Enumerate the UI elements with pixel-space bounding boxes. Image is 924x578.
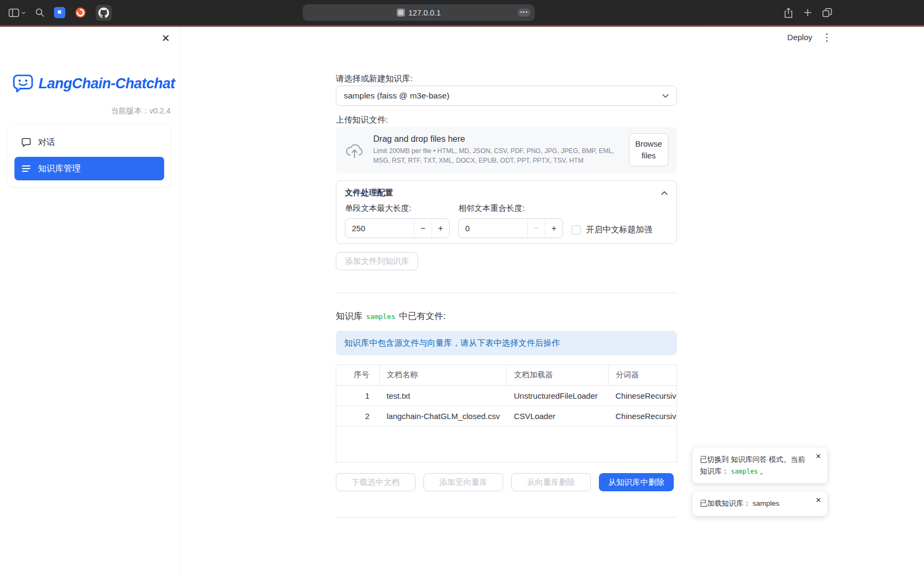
expander-title: 文件处理配置	[345, 188, 393, 198]
close-icon[interactable]: ✕	[815, 453, 821, 460]
search-icon[interactable]	[35, 8, 44, 17]
sidebar-close-icon[interactable]: ✕	[161, 33, 170, 43]
plus-stepper-icon[interactable]: +	[432, 219, 449, 238]
info-alert: 知识库中包含源文件与向量库，请从下表中选择文件后操作	[336, 331, 677, 355]
dropzone-hint: Limit 200MB per file • HTML, MD, JSON, C…	[373, 147, 620, 165]
github-icon[interactable]	[96, 5, 112, 21]
delete-from-vectorstore-button[interactable]: 从向量库删除	[511, 473, 591, 491]
divider	[336, 293, 677, 293]
add-to-vectorstore-button[interactable]: 添加至向量库	[424, 473, 503, 491]
close-icon[interactable]: ✕	[815, 497, 821, 504]
overlap-size-value[interactable]	[459, 219, 527, 238]
tabs-overview-icon[interactable]	[822, 8, 832, 17]
delete-from-kb-button[interactable]: 从知识库中删除	[599, 473, 674, 491]
kb-select-label: 请选择或新建知识库:	[336, 73, 413, 85]
kb-selectbox[interactable]: samples (faiss @ m3e-base)	[336, 86, 677, 106]
kb-files-heading: 知识库 samples 中已有文件:	[336, 310, 445, 322]
share-icon[interactable]	[784, 7, 793, 18]
checkbox-label: 开启中文标题加强	[586, 224, 652, 235]
table-row[interactable]: 1 test.txt UnstructuredFileLoader Chines…	[336, 385, 677, 406]
sidebar-nav: 对话 知识库管理	[8, 124, 171, 187]
file-dropzone[interactable]: Drag and drop files here Limit 200MB per…	[336, 127, 677, 173]
table-header-row: 序号 文档名称 文档加载器 分词器	[336, 365, 677, 385]
browse-files-button[interactable]: Browse files	[629, 133, 668, 166]
page-menu-icon[interactable]: •••	[518, 9, 530, 17]
sidebar-item-label: 对话	[38, 137, 55, 148]
add-files-button[interactable]: 添加文件到知识库	[336, 252, 418, 270]
logo-chat-icon	[13, 74, 33, 93]
upload-label: 上传知识文件:	[336, 115, 388, 126]
file-config-expander: 文件处理配置 单段文本最大长度: − + 相邻文本重合长度: − +	[336, 180, 677, 244]
overlap-size-label: 相邻文本重合长度:	[458, 203, 563, 214]
sidebar-item-chat[interactable]: 对话	[14, 131, 164, 154]
chunk-size-input[interactable]: − +	[345, 218, 450, 238]
overlap-size-input[interactable]: − +	[458, 218, 563, 238]
minus-stepper-icon[interactable]: −	[527, 219, 545, 238]
kb-name-code: samples	[366, 313, 396, 321]
sidebar-item-label: 知识库管理	[38, 163, 81, 174]
plus-stepper-icon[interactable]: +	[545, 219, 563, 238]
chevron-up-icon	[661, 191, 668, 195]
main-content: 请选择或新建知识库: samples (faiss @ m3e-base) 上传…	[336, 0, 678, 578]
new-tab-icon[interactable]	[804, 9, 812, 17]
chunk-size-label: 单段文本最大长度:	[345, 203, 450, 214]
dropzone-title: Drag and drop files here	[373, 134, 620, 144]
table-row[interactable]: 2 langchain-ChatGLM_closed.csv CSVLoader…	[336, 406, 677, 426]
toast-mode-switched: 已切换到 知识库问答 模式。当前知识库： samples 。 ✕	[692, 447, 827, 483]
col-header-index[interactable]: 序号	[336, 365, 379, 385]
toast-kb-loaded: 已加载知识库： samples ✕	[692, 491, 827, 516]
divider	[336, 517, 677, 518]
chat-bubble-icon	[21, 137, 32, 148]
minus-stepper-icon[interactable]: −	[414, 219, 432, 238]
checkbox-icon[interactable]	[572, 225, 581, 234]
address-bar[interactable]: 127.0.0.1 •••	[303, 4, 535, 21]
col-header-splitter[interactable]: 分词器	[608, 365, 677, 385]
chunk-size-value[interactable]	[345, 219, 414, 238]
deploy-button[interactable]: Deploy	[787, 33, 812, 42]
logo-text: LangChain-Chatchat	[38, 75, 175, 92]
more-menu-icon[interactable]: ⋮	[822, 32, 832, 42]
list-icon	[21, 163, 32, 174]
url-text: 127.0.0.1	[409, 9, 441, 17]
chevron-down-icon	[662, 94, 669, 98]
col-header-loader[interactable]: 文档加载器	[506, 365, 608, 385]
browser-chrome: 127.0.0.1 •••	[0, 0, 924, 25]
extension-icon-blue[interactable]	[54, 7, 65, 18]
site-favicon	[397, 9, 405, 17]
app-decoration-bar	[0, 25, 924, 27]
zh-title-enhance-checkbox[interactable]: 开启中文标题加强	[572, 221, 652, 238]
kb-name-code: samples	[731, 468, 758, 475]
chevron-down-icon	[21, 11, 26, 14]
sidebar-item-knowledge-base[interactable]: 知识库管理	[14, 157, 164, 180]
table-action-buttons: 下载选中文档 添加至向量库 从向量库删除 从知识库中删除	[336, 473, 674, 491]
kb-selected-value: samples (faiss @ m3e-base)	[344, 91, 662, 101]
version-label: 当前版本：v0.2.4	[111, 106, 171, 116]
col-header-docname[interactable]: 文档名称	[379, 365, 506, 385]
extension-icon-orange[interactable]	[75, 7, 86, 18]
cloud-upload-icon	[344, 142, 365, 158]
kb-files-table[interactable]: 序号 文档名称 文档加载器 分词器 1 test.txt Unstructure…	[336, 364, 677, 462]
app-logo: LangChain-Chatchat	[13, 74, 175, 93]
expander-header[interactable]: 文件处理配置	[336, 181, 676, 203]
sidebar-toggle-icon[interactable]	[9, 9, 26, 17]
sidebar: ✕ LangChain-Chatchat 当前版本：v0.2.4 对话 知识库管…	[0, 27, 179, 578]
download-selected-button[interactable]: 下载选中文档	[336, 473, 415, 491]
